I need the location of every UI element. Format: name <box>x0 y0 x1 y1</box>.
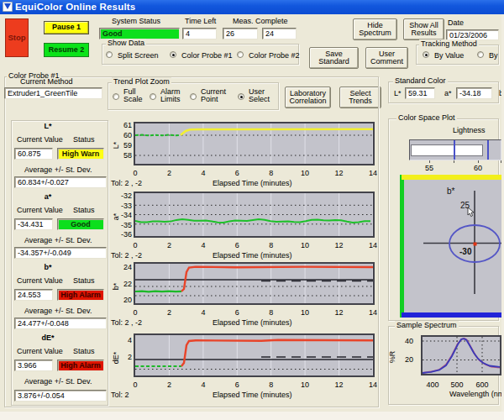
svg-text:b*: b* <box>447 186 455 196</box>
svg-text:-30: -30 <box>459 247 472 256</box>
